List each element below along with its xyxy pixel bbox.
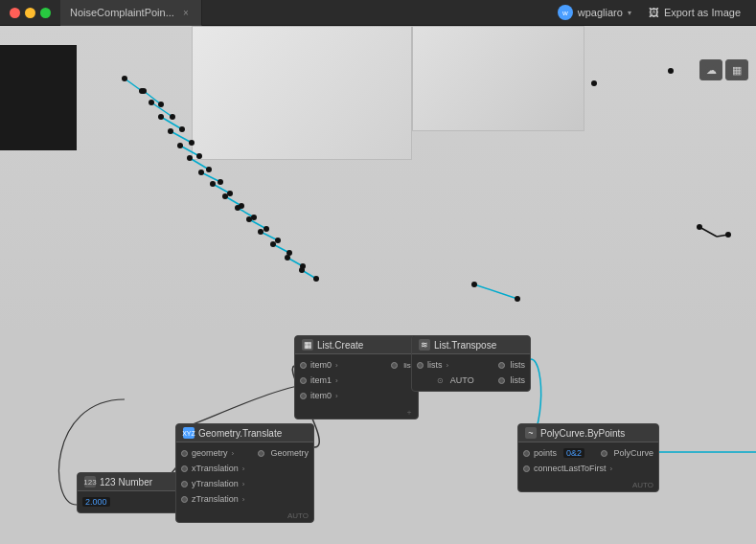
user-chevron-icon: ▾ (628, 9, 631, 17)
svg-point-32 (210, 181, 216, 187)
active-tab[interactable]: NoiseComplaintPoin... × (60, 0, 202, 26)
svg-point-49 (668, 68, 674, 74)
pc-connect-in (523, 465, 530, 472)
list-create-title: List.Create (317, 340, 363, 351)
lt-lists-out (498, 362, 505, 369)
tab-label: NoiseComplaintPoin... (70, 7, 174, 18)
minimize-dot[interactable] (25, 8, 35, 18)
svg-point-38 (246, 216, 252, 222)
lc-out-port (391, 362, 398, 369)
list-transpose-title: List.Transpose (434, 340, 496, 351)
pc-points-in (523, 450, 530, 457)
svg-line-0 (125, 79, 142, 91)
lc-item2-in (300, 393, 307, 399)
cloud-icon: ☁ (706, 64, 717, 77)
list-transpose-body: lists › lists ⊙ AUTO lists (412, 354, 530, 391)
svg-line-7 (201, 172, 220, 182)
list-transpose-icon: ≋ (419, 339, 430, 351)
node-list-transpose[interactable]: ≋ List.Transpose lists › lists ⊙ AUTO li… (411, 335, 531, 392)
geometry-translate-title: Geometry.Translate (198, 428, 282, 439)
geometry-in-port (181, 450, 188, 457)
number-value[interactable]: 2.000 (82, 497, 110, 507)
export-button[interactable]: 🖼 Export as Image (643, 5, 746, 20)
grid-icon: ▦ (732, 64, 742, 77)
close-dot[interactable] (10, 8, 20, 18)
svg-point-30 (198, 170, 204, 175)
lt-auto-out (498, 377, 505, 384)
z-in-port (181, 496, 188, 503)
svg-point-29 (206, 167, 212, 172)
geometry-translate-body: geometry › Geometry xTranslation › yTran… (176, 442, 313, 510)
node-list-create[interactable]: ▦ List.Create item0 › list item1 › item0… (294, 335, 419, 419)
lc-port-item1: item1 › (295, 373, 418, 388)
polycurve-icon: ~ (525, 427, 537, 439)
lc-item1-in (300, 377, 307, 384)
maximize-dot[interactable] (40, 8, 51, 18)
port-geometry: geometry › Geometry (176, 445, 313, 461)
node-polycurve-bypoints[interactable]: ~ PolyCurve.ByPoints points 0&2 PolyCurv… (517, 423, 659, 492)
tab-close-button[interactable]: × (180, 7, 192, 18)
svg-point-28 (187, 155, 193, 161)
svg-point-36 (235, 205, 241, 211)
pc-polycurve-out (601, 450, 607, 457)
window-controls (0, 8, 60, 18)
svg-line-50 (699, 227, 717, 237)
export-icon: 🖼 (649, 7, 659, 18)
export-label: Export as Image (664, 7, 741, 18)
xyz-icon: XYZ (183, 427, 195, 439)
svg-point-23 (179, 126, 185, 132)
svg-point-53 (725, 232, 731, 238)
grid-button[interactable]: ▦ (725, 59, 748, 80)
svg-point-31 (218, 179, 223, 185)
svg-line-6 (190, 158, 209, 170)
svg-point-48 (591, 80, 597, 86)
lt-lists-in (417, 362, 424, 369)
svg-point-34 (222, 193, 228, 199)
pc-port-connect: connectLastToFirst › (518, 461, 658, 476)
node-number[interactable]: 123 123 Number 2.000 (77, 472, 192, 513)
list-create-body: item0 › list item1 › item0 › (295, 354, 418, 406)
geometry-translate-header: XYZ Geometry.Translate (176, 424, 313, 442)
pc-port-points: points 0&2 PolyCurve (518, 445, 658, 461)
svg-point-52 (697, 224, 702, 230)
port-ytranslation: yTranslation › (176, 476, 313, 491)
svg-point-44 (285, 255, 290, 261)
list-transpose-header: ≋ List.Transpose (412, 336, 530, 354)
lc-port-item0: item0 › list (295, 357, 418, 373)
svg-point-20 (149, 100, 154, 105)
y-in-port (181, 481, 188, 487)
x-in-port (181, 465, 188, 472)
svg-point-26 (177, 143, 183, 148)
number-icon: 123 (84, 476, 96, 487)
list-create-icon: ▦ (302, 339, 313, 351)
node-geometry-translate[interactable]: XYZ Geometry.Translate geometry › Geomet… (175, 423, 314, 523)
geometry-translate-footer: AUTO (176, 510, 313, 522)
svg-point-22 (158, 114, 164, 120)
polycurve-title: PolyCurve.ByPoints (540, 428, 625, 439)
polycurve-footer: AUTO (518, 479, 658, 491)
lt-port-lists-in: lists › lists (412, 357, 530, 373)
svg-point-33 (227, 191, 233, 196)
titlebar-right: w wpagliaro ▾ 🖼 Export as Image (558, 5, 756, 20)
svg-line-54 (474, 284, 517, 299)
svg-line-12 (261, 232, 278, 240)
main-canvas[interactable]: 123 123 Number 2.000 XYZ Geometry.Transl… (0, 26, 756, 544)
lt-auto-row: ⊙ AUTO lists (412, 373, 530, 388)
geometry-out-port (258, 450, 264, 457)
canvas-toolbar: ☁ ▦ (699, 59, 748, 80)
cloud-button[interactable]: ☁ (699, 59, 722, 80)
username-label: wpagliaro (578, 7, 623, 18)
svg-line-11 (249, 219, 266, 229)
svg-point-16 (122, 76, 127, 81)
titlebar: NoiseComplaintPoin... × w wpagliaro ▾ 🖼 … (0, 0, 756, 26)
user-menu[interactable]: w wpagliaro ▾ (558, 5, 631, 20)
svg-line-4 (171, 131, 192, 143)
node-number-header: 123 123 Number (78, 473, 191, 491)
node-number-body: 2.000 (78, 491, 191, 512)
svg-line-8 (213, 184, 230, 193)
svg-point-39 (263, 226, 269, 232)
node-number-title: 123 Number (100, 477, 152, 487)
scatter-points (0, 26, 756, 332)
svg-line-5 (180, 146, 199, 156)
svg-point-40 (258, 229, 263, 235)
